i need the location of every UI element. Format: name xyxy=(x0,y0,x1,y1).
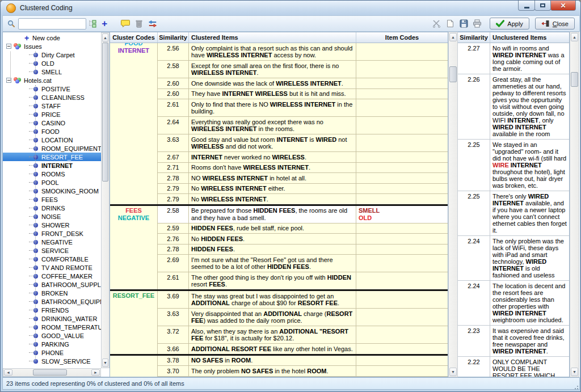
clustered-row[interactable]: 2.67INTERNET never worked no WIRELESS. xyxy=(158,152,448,163)
clustered-row[interactable]: 2.78HIDDEN FEES. xyxy=(158,245,448,255)
scroll-left-arrow[interactable]: ◄ xyxy=(4,369,12,376)
add-code-icon[interactable]: + xyxy=(100,18,110,29)
tree-item-room-equipment[interactable]: ROOM_EQUIPMENT xyxy=(3,144,102,153)
minimize-button[interactable] xyxy=(518,1,535,11)
close-button[interactable]: Close xyxy=(535,18,575,29)
tree-item-casino[interactable]: CASINO xyxy=(3,119,102,127)
clustered-row[interactable]: 2.58Be prepared for those HIDDEN FEES, t… xyxy=(158,206,448,224)
tree-item-issues[interactable]: Issues xyxy=(3,42,102,50)
column-header-item-codes[interactable]: Item Codes xyxy=(356,32,448,43)
clustered-table-scrollbar[interactable]: ▲ ▼ xyxy=(448,32,458,377)
clustered-row[interactable]: 2.76No HIDDEN FEES. xyxy=(158,234,448,245)
column-header-cluster-codes[interactable]: Cluster Codes xyxy=(110,32,158,43)
tree-item-front-desk[interactable]: FRONT_DESK xyxy=(3,229,102,238)
cluster-codes-cell[interactable]: FEESNEGATIVE xyxy=(110,206,158,290)
tree-item-food[interactable]: FOOD xyxy=(3,127,102,136)
clustered-row[interactable]: 2.79No WIRELESS INTERNET either. xyxy=(158,184,448,195)
clustered-row[interactable]: 2.61Only to find that there is NO WIRELE… xyxy=(158,99,448,117)
tree-item-drinking-water[interactable]: DRINKING_WATER xyxy=(3,314,102,323)
clustered-row[interactable]: 3.70The only problem NO SAFES in the hot… xyxy=(158,366,448,377)
unclustered-row[interactable]: 2.24The location is decent and the resor… xyxy=(458,281,569,326)
tree-view-icon[interactable] xyxy=(87,18,98,29)
clustered-row[interactable]: 2.60One downside was the lack of WIRELES… xyxy=(158,78,448,89)
tree-item-price[interactable]: PRICE xyxy=(3,110,102,119)
tree-item-service[interactable]: SERVICE xyxy=(3,246,102,255)
scroll-up-arrow[interactable]: ▲ xyxy=(449,33,457,41)
tree-item-location[interactable]: LOCATION xyxy=(3,136,102,144)
scrollbar-thumb[interactable] xyxy=(102,43,108,182)
tree-item-negative[interactable]: NEGATIVE xyxy=(3,238,102,246)
scroll-up-arrow[interactable]: ▲ xyxy=(571,33,578,41)
column-header-similarity[interactable]: Similarity xyxy=(158,32,189,43)
cluster-codes-cell[interactable] xyxy=(110,356,158,377)
tree-item-slow-service[interactable]: SLOW_SERVICE xyxy=(3,357,102,365)
tree-item-smooking-room[interactable]: SMOOKING_ROOM xyxy=(3,187,102,195)
tree-item-room-temperature[interactable]: ROOM_TEMPERATURE xyxy=(3,323,102,331)
tree-item-fees[interactable]: FEES xyxy=(3,195,102,204)
clustered-row[interactable]: 2.60They have INTERNET WIRELESS but it i… xyxy=(158,89,448,100)
tree-horizontal-scrollbar[interactable]: ◄ ► xyxy=(3,368,101,377)
clustered-row[interactable]: 2.59HIDDEN FEES, rude bell staff, nice p… xyxy=(158,224,448,234)
clustered-row[interactable]: 2.68The one other thing I did not like w… xyxy=(158,377,448,377)
tree-item-internet[interactable]: INTERNET xyxy=(3,161,102,170)
clustered-row[interactable]: 2.69I'm not sure what the "Resort Fee" g… xyxy=(158,255,448,272)
tree-item-phone[interactable]: PHONE xyxy=(3,348,102,357)
tree-item-broken[interactable]: BROKEN xyxy=(3,289,102,297)
column-header-clustered-items[interactable]: Clustered Items xyxy=(189,32,356,43)
unclustered-row[interactable]: 2.26Great stay, all the ammeneties at ou… xyxy=(458,74,569,140)
tree-item-staff[interactable]: STAFF xyxy=(3,102,102,110)
cluster-codes-cell[interactable]: RESORT_FEE xyxy=(110,291,158,354)
unclustered-row[interactable]: 2.25We stayed in an "upgraded" room- and… xyxy=(458,140,569,191)
scroll-right-arrow[interactable]: ► xyxy=(91,369,100,376)
clustered-row[interactable]: 2.78NO WIRELESS INTERNET in hotel at all… xyxy=(158,173,448,184)
tree-item-comfortable[interactable]: COMFORTABLE xyxy=(3,255,102,263)
maximize-button[interactable] xyxy=(534,1,551,11)
unclustered-table-scrollbar[interactable]: ▲ ▼ xyxy=(570,32,579,377)
clustered-row[interactable]: 3.63Very disappointed that an ADDITIONAL… xyxy=(158,309,448,326)
comment-icon[interactable] xyxy=(120,18,131,29)
unclustered-row[interactable]: 2.27No wifi in rooms and WIRED INTERNET … xyxy=(458,43,569,74)
scroll-down-arrow[interactable]: ▼ xyxy=(449,368,457,376)
close-window-button[interactable]: ✕ xyxy=(550,1,576,11)
scrollbar-thumb[interactable] xyxy=(449,66,457,82)
tree-item-old[interactable]: OLD xyxy=(3,59,102,68)
apply-button[interactable]: Apply xyxy=(490,18,529,29)
clustered-row[interactable]: 3.63Good stay and value but room INTERNE… xyxy=(158,134,448,152)
print-icon[interactable] xyxy=(471,18,483,29)
tree-vertical-scrollbar[interactable]: ▲ ▼ xyxy=(101,32,110,368)
tree-item-resort-fee[interactable]: RESORT_FEE xyxy=(3,153,102,161)
scroll-up-arrow[interactable]: ▲ xyxy=(102,33,108,42)
clustered-row[interactable]: 2.61The other good thing is they don't r… xyxy=(158,272,448,289)
column-header-similarity[interactable]: Similarity xyxy=(458,32,490,43)
scroll-down-arrow[interactable]: ▼ xyxy=(102,359,108,367)
scrollbar-thumb[interactable] xyxy=(33,369,67,376)
unclustered-row[interactable]: 2.25There's only WIRED INTERNET availabl… xyxy=(458,191,569,236)
transfer-icon[interactable] xyxy=(147,18,158,29)
tree-item-cleanliness[interactable]: CLEANLINESS xyxy=(3,93,102,102)
tree-item-bathroom-supplies[interactable]: BATHROOM_SUPPLIES xyxy=(3,280,102,289)
clustered-row[interactable]: 3.78NO SAFES in ROOM. xyxy=(158,356,448,366)
tree-item-rooms[interactable]: ROOMS xyxy=(3,170,102,178)
tree-item-good-value[interactable]: GOOD_VALUE xyxy=(3,331,102,340)
cluster-codes-cell[interactable]: FOODINTERNET xyxy=(110,43,158,204)
column-header-unclustered-items[interactable]: Unclustered Items xyxy=(490,32,569,43)
clustered-row[interactable]: 3.72Also, when they say there is an ADDI… xyxy=(158,326,448,344)
tree-item-bathroom-equipment[interactable]: BATHROOM_EQUIPMENT xyxy=(3,297,102,306)
unclustered-row[interactable]: 2.24The only problem was the lack of WiF… xyxy=(458,236,569,281)
report-icon[interactable] xyxy=(444,18,456,29)
collapse-expander-icon[interactable] xyxy=(6,44,11,49)
unclustered-row[interactable]: 2.23It was expensive and said that it co… xyxy=(458,326,569,357)
tree-item-friends[interactable]: FRIENDS xyxy=(3,306,102,314)
tree-item-positive[interactable]: POSITIVE xyxy=(3,85,102,93)
tree-item-tv-and-remote[interactable]: TV AND REMOTE xyxy=(3,263,102,272)
tree-item-shower[interactable]: SHOWER xyxy=(3,221,102,229)
save-icon[interactable] xyxy=(458,18,469,29)
scroll-down-arrow[interactable]: ▼ xyxy=(571,368,578,376)
clustered-row[interactable]: 3.66ADDITIONAL RESORT FEE like any other… xyxy=(158,344,448,354)
clustered-row[interactable]: 2.71Rooms don't have WIRELESS INTERNET. xyxy=(158,163,448,174)
delete-icon[interactable] xyxy=(133,18,145,29)
clustered-row[interactable]: 2.58Except for one small area on the fir… xyxy=(158,61,448,78)
tree-item-noise[interactable]: NOISE xyxy=(3,212,102,221)
clustered-row[interactable]: 3.69The stay was great but I was disappo… xyxy=(158,291,448,309)
search-input[interactable] xyxy=(18,18,86,29)
